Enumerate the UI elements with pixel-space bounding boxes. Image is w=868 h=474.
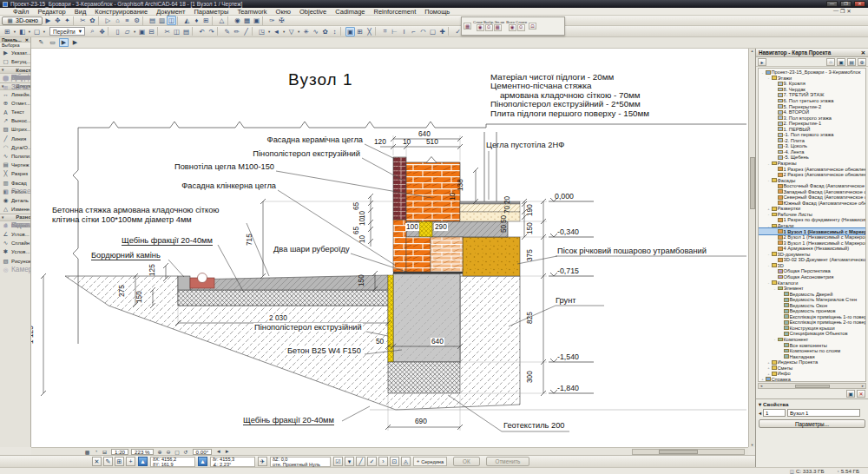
redo-icon[interactable]: ↷ — [207, 27, 216, 36]
open-icon[interactable]: ▱ — [122, 27, 132, 36]
tree-expander-icon[interactable]: - — [766, 178, 771, 182]
copy-icon[interactable]: ◫ — [172, 27, 181, 36]
arc-icon[interactable]: ◠ — [418, 27, 428, 36]
rotate-view-icon[interactable]: ↺ — [182, 448, 190, 455]
3d-window-button[interactable]: ▦ 3D-окно — [2, 16, 43, 25]
save-icon[interactable]: ▣ — [137, 27, 147, 36]
tool-elevation[interactable]: ▥ Фасад — [0, 178, 30, 187]
navigator-mode-icon[interactable]: ▸ — [758, 58, 766, 66]
tool-section[interactable]: ╳ Разрез — [0, 169, 30, 178]
lock-icon[interactable]: ⊙ — [485, 24, 493, 31]
palette-icon[interactable]: ✿ — [320, 27, 330, 36]
nav-prev-icon[interactable]: ◄ — [214, 448, 222, 455]
new-folder-icon[interactable]: ▣ — [846, 390, 855, 398]
navigator-close-icon[interactable]: ✕ — [861, 49, 865, 56]
coord-ra-box[interactable]: δr: 4155,3∡: 2,23° — [210, 457, 255, 467]
inject-icon[interactable]: ✏ — [232, 27, 241, 36]
layers-settings-icon[interactable]: ⊡ — [529, 23, 536, 30]
scissors-icon[interactable]: ✂ — [78, 16, 88, 25]
dd[interactable]: ▾ — [42, 27, 47, 36]
run-mini-icon[interactable]: ▶ — [59, 38, 69, 47]
rotation-angle[interactable]: 0.00° — [193, 449, 213, 455]
style-icon[interactable]: ✿ — [88, 16, 97, 25]
sep[interactable] — [340, 27, 345, 36]
sep[interactable] — [73, 16, 77, 25]
sep[interactable] — [448, 27, 452, 36]
zoom-level[interactable]: 223 % — [131, 449, 154, 455]
sep[interactable] — [157, 27, 161, 36]
tool-level[interactable]: ⊕ Отмет... — [0, 99, 30, 108]
virtual-icon[interactable]: ▽ — [286, 27, 296, 36]
eye-icon[interactable]: ◉ — [509, 24, 516, 31]
sep[interactable] — [227, 16, 232, 25]
drawing-canvas[interactable]: Вузол 1 Матеріал чистої підлоги - 20ммЦе… — [31, 49, 748, 447]
cancel-button[interactable]: Отменить — [486, 457, 530, 466]
plus-coord-icon[interactable]: + — [126, 457, 135, 466]
plus-icon[interactable]: ✚ — [437, 27, 447, 36]
eyedrop-icon[interactable]: ✎ — [222, 27, 232, 36]
menu-item[interactable]: Параметры — [189, 8, 233, 16]
new-icon[interactable]: ▯ — [113, 27, 122, 36]
menu-item[interactable]: Помощь — [420, 8, 454, 16]
tool-detail[interactable]: ◉ Деталь — [0, 196, 30, 205]
tool-picture[interactable]: ▧ Рисунок — [0, 256, 30, 265]
tree-project[interactable]: - Проект-23-15_Бровари - 3-Керамоблок — [759, 69, 865, 76]
detail-name-field[interactable] — [787, 409, 860, 417]
zoom-fit-icon[interactable]: ▢ — [174, 448, 181, 455]
layers-grid-icon[interactable]: ▦ — [464, 23, 471, 30]
arrows-icon[interactable]: ↕ — [330, 27, 339, 36]
tree-expander-icon[interactable]: + — [766, 372, 771, 376]
group-icon[interactable]: ⊡ — [390, 457, 399, 466]
frame-icon[interactable]: ▣ — [252, 16, 261, 25]
tree-expander-icon[interactable]: - — [766, 252, 771, 256]
minimize-button[interactable]: — — [826, 1, 838, 7]
menu-item[interactable]: Редактор — [33, 8, 69, 16]
tool-interior-elev[interactable]: ◨ Развер... — [0, 188, 31, 196]
mdi-restore[interactable]: ❐ — [840, 8, 845, 14]
tree-expander-icon[interactable]: - — [766, 76, 771, 80]
slope-icon[interactable]: ╱ — [356, 457, 365, 466]
wrench-icon[interactable]: ✑ — [267, 16, 277, 25]
coord-xy-box[interactable]: δX: 4156,2δY: 161,9 — [150, 457, 195, 467]
sep[interactable] — [212, 16, 216, 25]
pick-icon[interactable]: ╱ — [241, 27, 251, 36]
sep[interactable] — [192, 27, 196, 36]
solid-icon[interactable]: ▦ — [494, 24, 502, 31]
mdi-close[interactable]: ✕ — [846, 8, 851, 14]
tool-source[interactable]: ✶ Истичн... — [0, 221, 31, 230]
menu-item[interactable]: Вид — [70, 8, 91, 16]
eye-icon[interactable]: ◉ — [477, 24, 484, 31]
project-map-icon[interactable]: ⌂ — [826, 58, 835, 66]
menu-item[interactable]: Reinforcement — [369, 8, 420, 16]
sep[interactable] — [142, 16, 147, 25]
paste-icon[interactable]: ▤ — [181, 27, 191, 36]
rect-icon[interactable]: ▢ — [428, 27, 437, 36]
tool-line[interactable]: ╱ Линия — [0, 135, 30, 143]
star-icon[interactable]: ✳ — [301, 27, 311, 36]
tree-expander-icon[interactable]: - — [773, 286, 777, 291]
stairs-icon[interactable]: ≡ — [122, 16, 132, 25]
tool-text[interactable]: A Текст — [0, 108, 30, 116]
clock-icon[interactable]: ◔ — [92, 448, 100, 455]
tree-expander-icon[interactable]: - — [766, 212, 771, 216]
window-icon[interactable]: ▣ — [345, 27, 355, 36]
sep[interactable] — [375, 27, 379, 36]
box-mini-icon[interactable]: ▭ — [48, 38, 57, 47]
tree-expander-icon[interactable]: - — [766, 280, 771, 285]
key-icon[interactable]: ✠ — [277, 16, 286, 25]
zoom-icon[interactable]: ⌕ — [88, 27, 97, 36]
layers-blue-icon[interactable]: ▥ — [157, 16, 167, 25]
tree-item[interactable]: + Справка — [759, 377, 865, 382]
tree-horizontal-scrollbar[interactable]: ◄► — [758, 383, 866, 389]
maximize-button[interactable]: ❐ — [840, 1, 852, 7]
grid-icon[interactable]: ⊞ — [201, 16, 211, 25]
zoom-out-icon[interactable]: ⊖ — [165, 448, 173, 455]
sep[interactable] — [262, 16, 266, 25]
view-map-icon[interactable]: ▣ — [837, 58, 845, 66]
tree-expander-icon[interactable]: - — [760, 70, 765, 75]
orbit-icon[interactable]: ✦ — [62, 16, 72, 25]
grid2-icon[interactable]: ⊞ — [355, 27, 365, 36]
print-icon[interactable]: ⊟ — [147, 27, 156, 36]
database-icon[interactable]: ◫ — [167, 16, 176, 25]
layer-combo-icon[interactable]: ▢ — [32, 27, 42, 36]
